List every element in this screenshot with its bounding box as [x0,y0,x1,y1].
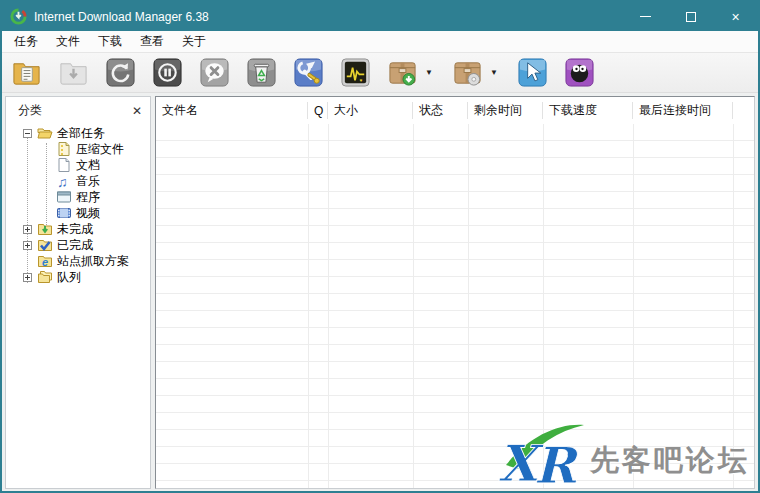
column-header-last-try[interactable]: 最后连接时间 [633,97,733,124]
svg-text:e: e [42,256,48,268]
close-icon: × [731,10,739,24]
svg-text:♫: ♫ [57,174,68,190]
mascot-button[interactable] [563,56,596,89]
scheduler-button[interactable]: ♥ [339,56,372,89]
column-header-filler [733,97,754,124]
tree-item-all-tasks[interactable]: 全部任务 [6,125,150,141]
stop-queue-button[interactable] [451,56,484,89]
column-header-speed[interactable]: 下载速度 [543,97,633,124]
program-icon [56,189,72,205]
toolbar: ♥ ▼ [2,53,758,93]
column-divider [328,124,329,488]
zip-file-icon [56,141,72,157]
svg-text:R: R [534,436,579,487]
mascot-icon [564,57,595,88]
download-button[interactable] [57,56,90,89]
content-area: 分类 ✕ 全部任务 [2,93,758,491]
add-url-button[interactable] [10,56,43,89]
options-button[interactable] [292,56,325,89]
folder-finished-icon [37,237,53,253]
stop-button[interactable] [151,56,184,89]
download-icon [58,57,89,88]
watermark-logo-icon: X R [498,421,590,487]
folder-open-icon [37,125,53,141]
collapse-icon[interactable] [23,129,32,138]
tree-item-site-grabber[interactable]: e 站点抓取方案 [6,253,150,269]
start-queue-dropdown-icon[interactable]: ▼ [421,68,437,77]
table-header: 文件名 Q 大小 状态 剩余时间 下载速度 最后连接时间 [156,97,754,124]
start-queue-icon [387,57,418,88]
tree-item-music[interactable]: ♫ 音乐 [6,173,150,189]
menu-file[interactable]: 文件 [47,30,89,53]
grabber-button[interactable] [516,56,549,89]
menubar: 任务 文件 下载 查看 关于 [2,31,758,53]
site-grabber-icon: e [37,253,53,269]
tree-item-queues[interactable]: 队列 [6,269,150,285]
delete-icon [246,57,277,88]
delete-button[interactable] [245,56,278,89]
window-title: Internet Download Manager 6.38 [34,10,623,24]
menu-downloads[interactable]: 下载 [89,30,131,53]
watermark-text: 先客吧论坛 [590,446,750,487]
document-icon [56,157,72,173]
column-divider [468,124,469,488]
folder-incomplete-icon [37,221,53,237]
stop-icon [152,57,183,88]
expand-icon[interactable] [23,241,32,250]
queues-icon [37,269,53,285]
watermark: X R 先客吧论坛 [498,421,750,487]
video-icon [56,205,72,221]
svg-text:♥: ♥ [359,78,362,83]
minimize-button[interactable] [623,2,668,31]
redownload-button[interactable] [104,56,137,89]
tree-item-unfinished[interactable]: 未完成 [6,221,150,237]
tree-item-finished[interactable]: 已完成 [6,237,150,253]
tree-item-compressed[interactable]: 压缩文件 [6,141,150,157]
column-divider [413,124,414,488]
app-icon [10,8,27,25]
music-icon: ♫ [56,173,72,189]
column-header-time-left[interactable]: 剩余时间 [468,97,543,124]
add-url-icon [11,57,42,88]
categories-panel: 分类 ✕ 全部任务 [5,96,151,489]
categories-title: 分类 [18,102,132,119]
category-tree: 全部任务 压缩文件 文 [6,125,150,285]
menu-about[interactable]: 关于 [173,30,215,53]
grabber-icon [517,57,548,88]
menu-view[interactable]: 查看 [131,30,173,53]
maximize-button[interactable] [668,2,713,31]
maximize-icon [686,12,696,22]
stop-queue-icon [452,57,483,88]
idm-window: Internet Download Manager 6.38 × 任务 文件 下… [0,0,760,493]
column-header-filename[interactable]: 文件名 [156,97,308,124]
options-icon [293,57,324,88]
tree-item-video[interactable]: 视频 [6,205,150,221]
stop-queue-dropdown-icon[interactable]: ▼ [486,68,502,77]
column-header-queue[interactable]: Q [308,97,328,124]
tree-item-programs[interactable]: 程序 [6,189,150,205]
stop-all-button[interactable] [198,56,231,89]
expand-icon[interactable] [23,273,32,282]
scheduler-icon: ♥ [340,57,371,88]
categories-close-icon[interactable]: ✕ [132,105,142,117]
minimize-icon [640,16,651,17]
start-queue-button[interactable] [386,56,419,89]
column-divider [308,124,309,488]
column-header-status[interactable]: 状态 [413,97,468,124]
tree-item-documents[interactable]: 文档 [6,157,150,173]
titlebar[interactable]: Internet Download Manager 6.38 × [2,2,758,31]
stop-all-icon [199,57,230,88]
redownload-icon [105,57,136,88]
categories-header: 分类 ✕ [6,100,150,122]
menu-tasks[interactable]: 任务 [5,30,47,53]
expand-icon[interactable] [23,225,32,234]
close-button[interactable]: × [713,2,758,31]
column-header-size[interactable]: 大小 [328,97,413,124]
